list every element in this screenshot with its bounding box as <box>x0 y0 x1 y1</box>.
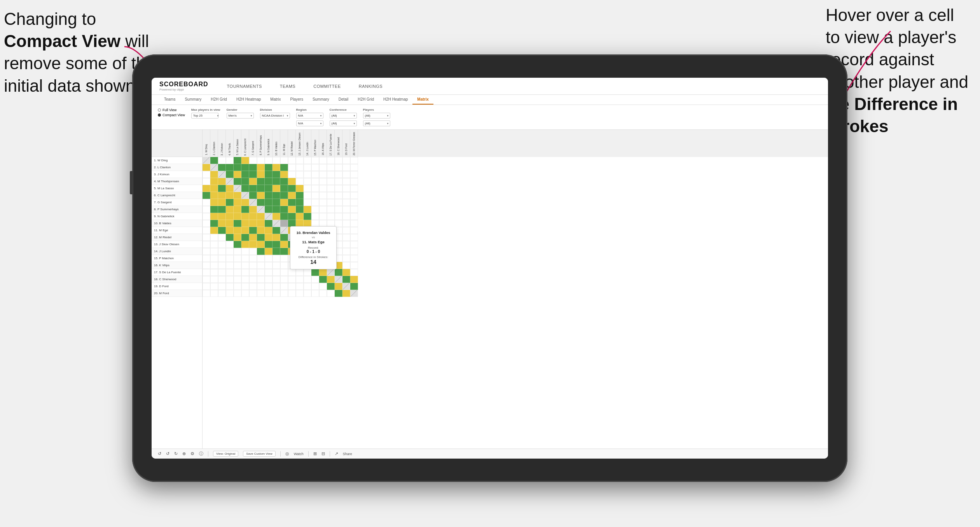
conference-select-2[interactable]: (All) <box>330 120 357 126</box>
grid-cell[interactable] <box>296 269 304 276</box>
grid-cell[interactable] <box>218 234 226 241</box>
grid-cell[interactable] <box>257 199 265 206</box>
grid-cell[interactable] <box>226 213 234 220</box>
grid-cell[interactable] <box>280 283 288 290</box>
grid-cell[interactable] <box>350 199 358 206</box>
grid-cell[interactable] <box>241 262 249 269</box>
grid-cell[interactable] <box>241 241 249 248</box>
grid-cell[interactable] <box>210 164 218 171</box>
grid-cell[interactable] <box>257 290 265 297</box>
grid-cell[interactable] <box>234 234 241 241</box>
grid-cell[interactable] <box>257 157 265 164</box>
grid-cell[interactable] <box>234 220 241 227</box>
layout-icon[interactable]: ⊞ <box>313 451 317 456</box>
grid-cell[interactable] <box>296 290 304 297</box>
conference-select-wrapper-2[interactable]: (All) <box>330 120 357 126</box>
grid-cell[interactable] <box>288 206 296 213</box>
grid-cell[interactable] <box>304 178 311 185</box>
grid-cell[interactable] <box>241 227 249 234</box>
grid-cell[interactable] <box>226 220 234 227</box>
grid-cell[interactable] <box>273 178 280 185</box>
grid-cell[interactable] <box>265 192 273 199</box>
grid-cell[interactable] <box>342 164 350 171</box>
grid-cell[interactable] <box>327 199 335 206</box>
grid-cell[interactable] <box>265 157 273 164</box>
grid-cell[interactable] <box>249 220 257 227</box>
grid-cell[interactable] <box>218 227 226 234</box>
grid-cell[interactable] <box>342 227 350 234</box>
grid-cell[interactable] <box>218 248 226 255</box>
conference-select-wrapper[interactable]: (All) <box>330 113 357 119</box>
players-select-wrapper[interactable]: (All) <box>363 113 390 119</box>
grid-cell[interactable] <box>319 157 327 164</box>
grid-cell[interactable] <box>203 157 210 164</box>
grid-cell[interactable] <box>226 248 234 255</box>
grid-cell[interactable] <box>210 192 218 199</box>
grid-cell[interactable] <box>257 248 265 255</box>
grid-cell[interactable] <box>350 255 358 262</box>
grid-cell[interactable] <box>327 283 335 290</box>
save-custom-view-button[interactable]: Save Custom View <box>243 451 275 457</box>
grid-cell[interactable] <box>350 157 358 164</box>
grid-cell[interactable] <box>265 234 273 241</box>
grid-cell[interactable] <box>319 269 327 276</box>
grid-cell[interactable] <box>203 171 210 178</box>
grid-cell[interactable] <box>226 206 234 213</box>
grid-cell[interactable] <box>335 192 342 199</box>
grid-cell[interactable] <box>304 164 311 171</box>
grid-cell[interactable] <box>273 185 280 192</box>
grid-cell[interactable] <box>249 171 257 178</box>
grid-cell[interactable] <box>210 234 218 241</box>
grid-cell[interactable] <box>273 290 280 297</box>
grid-cell[interactable] <box>342 185 350 192</box>
grid-cell[interactable] <box>335 276 342 283</box>
grid-cell[interactable] <box>210 290 218 297</box>
grid-cell[interactable] <box>296 171 304 178</box>
grid-cell[interactable] <box>335 220 342 227</box>
grid-cell[interactable] <box>249 290 257 297</box>
tab-matrix-1[interactable]: Matrix <box>266 95 285 105</box>
grid-cell[interactable] <box>210 262 218 269</box>
grid-cell[interactable] <box>280 185 288 192</box>
grid-cell[interactable] <box>288 171 296 178</box>
grid-cell[interactable] <box>218 185 226 192</box>
grid-cell[interactable] <box>288 192 296 199</box>
grid-cell[interactable] <box>203 199 210 206</box>
grid-cell[interactable] <box>226 290 234 297</box>
grid-cell[interactable] <box>296 206 304 213</box>
grid-cell[interactable] <box>311 185 319 192</box>
grid-cell[interactable] <box>265 241 273 248</box>
grid-cell[interactable] <box>280 255 288 262</box>
grid-cell[interactable] <box>280 234 288 241</box>
grid-cell[interactable] <box>265 290 273 297</box>
grid-cell[interactable] <box>350 262 358 269</box>
grid-cell[interactable] <box>327 276 335 283</box>
grid-cell[interactable] <box>226 185 234 192</box>
grid-cell[interactable] <box>273 171 280 178</box>
view-original-button[interactable]: View: Original <box>213 451 238 457</box>
grid-cell[interactable] <box>241 255 249 262</box>
grid-cell[interactable] <box>280 178 288 185</box>
grid-cell[interactable] <box>342 192 350 199</box>
grid-cell[interactable] <box>288 269 296 276</box>
grid-cell[interactable] <box>234 192 241 199</box>
grid-cell[interactable] <box>335 178 342 185</box>
grid-cell[interactable] <box>273 192 280 199</box>
grid-cell[interactable] <box>304 185 311 192</box>
grid-cell[interactable] <box>210 269 218 276</box>
grid-cell[interactable] <box>273 269 280 276</box>
grid-cell[interactable] <box>327 164 335 171</box>
tab-h2h-heatmap-1[interactable]: H2H Heatmap <box>232 95 266 105</box>
share-icon[interactable]: ↗ <box>335 451 338 456</box>
grid-cell[interactable] <box>342 248 350 255</box>
grid-cell[interactable] <box>257 283 265 290</box>
grid-cell[interactable] <box>234 276 241 283</box>
grid-cell[interactable] <box>241 283 249 290</box>
grid-cell[interactable] <box>218 220 226 227</box>
division-select-wrapper[interactable]: NCAA Division I <box>260 113 290 119</box>
grid-cell[interactable] <box>234 157 241 164</box>
grid-cell[interactable] <box>311 213 319 220</box>
grid-cell[interactable] <box>342 199 350 206</box>
grid-cell[interactable] <box>257 276 265 283</box>
settings-icon[interactable]: ⚙ <box>190 451 194 456</box>
